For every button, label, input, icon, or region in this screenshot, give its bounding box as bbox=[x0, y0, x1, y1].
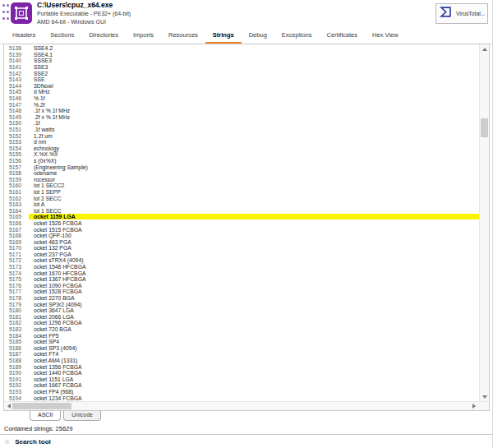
tab-sections[interactable]: Sections bbox=[43, 27, 81, 44]
string-row-number: 5187 bbox=[4, 351, 29, 357]
main-tab-bar: HeadersSectionsDirectoriesImportsResourc… bbox=[0, 27, 492, 44]
string-row-number: 5167 bbox=[4, 227, 29, 233]
encoding-tab-unicode[interactable]: Unicode bbox=[63, 411, 101, 421]
string-row[interactable]: 5193ocket FP4 (968) bbox=[4, 389, 479, 395]
string-row[interactable]: 5173ocket 1548 HFCBGA bbox=[4, 264, 479, 270]
string-row[interactable]: 5155X.%X.%X bbox=[4, 151, 479, 158]
string-row[interactable]: 5171ocket 237 PGA bbox=[4, 252, 479, 258]
string-row[interactable]: 5194ocket 1234 FCBGA bbox=[4, 395, 479, 401]
string-row[interactable]: 5160lot 1 SECC2 bbox=[4, 182, 479, 189]
pe-analyzer-window: { "header": { "title": "C:\\Users\\cpuz_… bbox=[0, 0, 493, 448]
string-row[interactable]: 5178ocket 2270 BGA bbox=[4, 295, 479, 302]
string-row[interactable]: 5177ocket 1528 FCBGA bbox=[4, 289, 479, 295]
string-row-text: SSE2 bbox=[29, 71, 479, 76]
scroll-up-icon[interactable] bbox=[480, 44, 489, 53]
string-row-text: ocket 3647 LGA bbox=[29, 307, 479, 313]
string-row[interactable]: 51521.2f um bbox=[4, 132, 479, 139]
tab-imports[interactable]: Imports bbox=[126, 27, 161, 44]
string-row[interactable]: 5151.1f watts bbox=[4, 127, 479, 133]
encoding-tab-ascii[interactable]: ASCII bbox=[30, 411, 61, 421]
string-row[interactable]: 5181ocket 2066 LGA bbox=[4, 314, 479, 321]
tab-headers[interactable]: Headers bbox=[5, 27, 43, 44]
string-row[interactable]: 5147%.2f bbox=[4, 101, 479, 108]
horizontal-scrollbar-thumb[interactable] bbox=[12, 403, 71, 409]
virustotal-button[interactable]: VirusTotal... bbox=[435, 3, 488, 24]
string-row[interactable]: 5158odename bbox=[4, 170, 479, 177]
string-row[interactable]: 5153d nm bbox=[4, 139, 479, 145]
string-row[interactable]: 5179ocket SP3r2 (4094) bbox=[4, 301, 479, 307]
string-row[interactable]: 5140SSSE3 bbox=[4, 58, 479, 64]
horizontal-scrollbar[interactable] bbox=[4, 401, 489, 410]
string-row[interactable]: 5190ocket 1440 FCBGA bbox=[4, 370, 479, 376]
string-row[interactable]: 5189ocket 1356 FCBGA bbox=[4, 363, 479, 370]
string-row[interactable]: 5166ocket 1526 FCBGA bbox=[4, 220, 479, 227]
string-row[interactable]: 5164lot 1 SECC bbox=[4, 207, 479, 214]
string-row[interactable]: 5188ocket AM4 (1331) bbox=[4, 358, 479, 364]
string-row[interactable]: 5139SSE4.1 bbox=[4, 52, 479, 58]
string-row[interactable]: 5183ocket 720 BGA bbox=[4, 326, 479, 333]
string-row[interactable]: 5165ocket 1159 LGA bbox=[4, 214, 479, 220]
string-row[interactable]: 5182ocket 1296 FCBGA bbox=[4, 320, 479, 326]
string-row-number: 5163 bbox=[4, 201, 29, 207]
tab-certificates[interactable]: Certificates bbox=[320, 27, 366, 44]
string-row[interactable]: 5185ocket SP4 bbox=[4, 339, 479, 345]
string-row[interactable]: 5143SSE bbox=[4, 76, 479, 83]
string-row[interactable]: 5187ocket FT4 bbox=[4, 351, 479, 358]
file-arch-subtitle: AMD 64-bit - Windows GUI bbox=[37, 18, 131, 26]
tab-directories[interactable]: Directories bbox=[81, 27, 126, 44]
tab-strings[interactable]: Strings bbox=[205, 27, 242, 44]
string-row[interactable]: 5161lot 1 SEPP bbox=[4, 189, 479, 196]
string-row[interactable]: 5145d MHz bbox=[4, 89, 479, 95]
virustotal-label: VirusTotal... bbox=[456, 11, 485, 16]
string-row-text: d MHz bbox=[29, 89, 479, 95]
vertical-scrollbar[interactable] bbox=[479, 44, 489, 401]
string-row-number: 5181 bbox=[4, 314, 29, 320]
string-row[interactable]: 5159rocessor bbox=[4, 176, 479, 182]
tab-resources[interactable]: Resources bbox=[161, 27, 205, 44]
string-row[interactable]: 5162lot 2 SECC bbox=[4, 195, 479, 201]
scroll-right-icon[interactable] bbox=[469, 402, 478, 410]
string-row[interactable]: 5170ocket 132 PGA bbox=[4, 245, 479, 252]
string-row[interactable]: 51443DNow! bbox=[4, 83, 479, 90]
string-row[interactable]: 5148.1f x %.1f MHz bbox=[4, 108, 479, 114]
string-row[interactable]: 5180ocket 3647 LGA bbox=[4, 307, 479, 314]
string-row[interactable]: 5184ocket FP5 bbox=[4, 332, 479, 339]
string-row[interactable]: 5149.2f x %.1f MHz bbox=[4, 114, 479, 121]
strings-panel: 5138SSE4.25139SSE4.15140SSSE35141SSE3514… bbox=[3, 44, 490, 411]
scroll-down-icon[interactable] bbox=[480, 392, 489, 401]
vertical-scrollbar-thumb[interactable] bbox=[481, 118, 488, 137]
string-row-text: ocket 1526 FCBGA bbox=[29, 220, 479, 226]
string-row[interactable]: 5146%.1f bbox=[4, 95, 479, 102]
search-tool-bar[interactable]: ☆ Search tool bbox=[0, 434, 492, 448]
string-row[interactable]: 5154echnology bbox=[4, 145, 479, 152]
string-row[interactable]: 5174ocket 1670 HFCBGA bbox=[4, 270, 479, 276]
string-row-number: 5153 bbox=[4, 139, 29, 145]
string-row-number: 5156 bbox=[4, 158, 29, 164]
string-row[interactable]: 5191ocket 1151 LGA bbox=[4, 376, 479, 382]
string-row[interactable]: 5150.1f bbox=[4, 120, 479, 127]
grip-handle-icon[interactable] bbox=[2, 4, 9, 20]
string-row[interactable]: 5168ocket QFP-100 bbox=[4, 233, 479, 239]
string-row[interactable]: 5176ocket 1090 FCBGA bbox=[4, 283, 479, 289]
string-row[interactable]: 5157(Engineering Sample) bbox=[4, 164, 479, 170]
string-row[interactable]: 5138SSE4.2 bbox=[4, 45, 479, 52]
string-row[interactable]: 5192ocket 1667 FCBGA bbox=[4, 382, 479, 389]
string-row[interactable]: 5169ocket 463 PGA bbox=[4, 238, 479, 245]
string-row[interactable]: 5167ocket 1515 FCBGA bbox=[4, 226, 479, 233]
tab-hex-view[interactable]: Hex View bbox=[365, 27, 406, 44]
string-row[interactable]: 5163lot A bbox=[4, 201, 479, 208]
string-row-text: ocket 1548 HFCBGA bbox=[29, 264, 479, 270]
tab-exceptions[interactable]: Exceptions bbox=[274, 27, 320, 44]
string-row[interactable]: 5141SSE3 bbox=[4, 64, 479, 71]
string-row[interactable]: 5142SSE2 bbox=[4, 70, 479, 76]
string-row-text: SSE4.1 bbox=[29, 52, 479, 58]
string-row[interactable]: 5175ocket 1367 HFCBGA bbox=[4, 276, 479, 283]
string-row-text: ocket 1515 FCBGA bbox=[29, 227, 479, 233]
string-row[interactable]: 5172ocket sTRX4 (4094) bbox=[4, 257, 479, 264]
string-row-text: ocket 1670 HFCBGA bbox=[29, 270, 479, 276]
string-row[interactable]: 5186ocket SP3 (4094) bbox=[4, 345, 479, 352]
string-row[interactable]: 5156s (0x%X) bbox=[4, 158, 479, 164]
tab-debug[interactable]: Debug bbox=[242, 27, 274, 44]
contained-strings-count: Contained strings: 25629 bbox=[4, 425, 72, 432]
string-row-text: ocket 720 BGA bbox=[29, 326, 479, 332]
